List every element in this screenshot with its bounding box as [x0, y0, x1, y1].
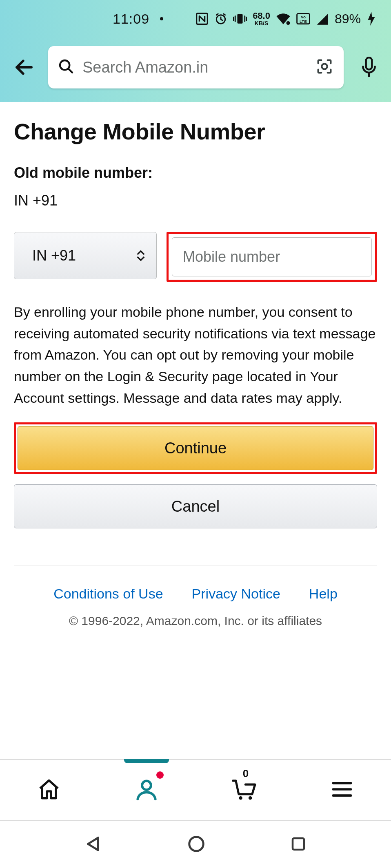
status-time: 11:09 [113, 11, 149, 27]
svg-text:LTE: LTE [300, 19, 307, 24]
android-nav-bar [0, 821, 391, 868]
country-code-select[interactable]: IN +91 [14, 232, 157, 279]
svg-point-8 [322, 64, 327, 69]
alarm-icon [214, 12, 227, 25]
page-title: Change Mobile Number [14, 118, 377, 145]
active-tab-indicator [124, 759, 169, 763]
home-icon [37, 777, 61, 803]
footer-link-help[interactable]: Help [309, 586, 338, 602]
wifi-icon [276, 13, 291, 25]
main-content: Change Mobile Number Old mobile number: … [0, 102, 391, 628]
status-dot [160, 17, 163, 20]
copyright-text: © 1996-2022, Amazon.com, Inc. or its aff… [14, 614, 377, 628]
continue-button[interactable]: Continue [18, 426, 373, 470]
bottom-nav: 0 [0, 759, 391, 821]
search-input[interactable] [82, 59, 307, 76]
sys-home-icon[interactable] [187, 835, 206, 855]
svg-point-10 [142, 781, 151, 790]
nav-account[interactable] [98, 760, 196, 820]
app-header [0, 38, 391, 102]
nav-menu[interactable] [293, 760, 391, 820]
notification-dot [156, 771, 164, 779]
svg-point-13 [189, 837, 204, 851]
search-bar[interactable] [48, 46, 344, 88]
nav-home[interactable] [0, 760, 98, 820]
svg-rect-14 [293, 838, 304, 850]
vibrate-icon [233, 12, 247, 25]
user-icon [135, 777, 158, 803]
svg-rect-9 [366, 57, 372, 69]
cart-icon [231, 777, 258, 803]
search-icon [58, 58, 74, 76]
lens-icon[interactable] [315, 57, 334, 77]
cancel-button[interactable]: Cancel [14, 484, 377, 528]
battery-percent: 89% [335, 11, 361, 27]
volte-icon: VoLTE [296, 13, 310, 24]
android-status-bar: 11:09 68.0 KB/S VoLTE 89% [0, 0, 391, 38]
footer-separator [14, 565, 377, 565]
back-button[interactable] [10, 53, 38, 82]
footer-links: Conditions of Use Privacy Notice Help [14, 586, 377, 602]
signal-icon [316, 13, 329, 25]
footer-link-privacy[interactable]: Privacy Notice [192, 586, 280, 602]
mobile-input-highlight [167, 232, 377, 282]
chevron-updown-icon [137, 250, 145, 261]
charging-icon [367, 12, 376, 26]
network-speed: 68.0 KB/S [253, 11, 270, 26]
consent-text: By enrolling your mobile phone number, y… [14, 301, 377, 409]
cart-count: 0 [243, 767, 249, 780]
voice-search-button[interactable] [357, 55, 381, 80]
nfc-icon [196, 12, 209, 25]
hamburger-icon [331, 781, 353, 799]
old-number-value: IN +91 [14, 192, 377, 209]
svg-rect-2 [238, 14, 243, 24]
svg-point-3 [286, 21, 290, 25]
old-number-label: Old mobile number: [14, 164, 377, 181]
country-code-value: IN +91 [32, 247, 76, 264]
nav-cart[interactable]: 0 [196, 760, 293, 820]
continue-highlight: Continue [14, 422, 377, 474]
svg-point-11 [239, 796, 242, 800]
svg-point-12 [249, 796, 252, 800]
sys-back-icon[interactable] [84, 835, 103, 855]
footer-link-conditions[interactable]: Conditions of Use [53, 586, 163, 602]
svg-text:Vo: Vo [301, 15, 306, 19]
sys-recent-icon[interactable] [290, 835, 307, 854]
mobile-number-input[interactable] [172, 237, 372, 276]
